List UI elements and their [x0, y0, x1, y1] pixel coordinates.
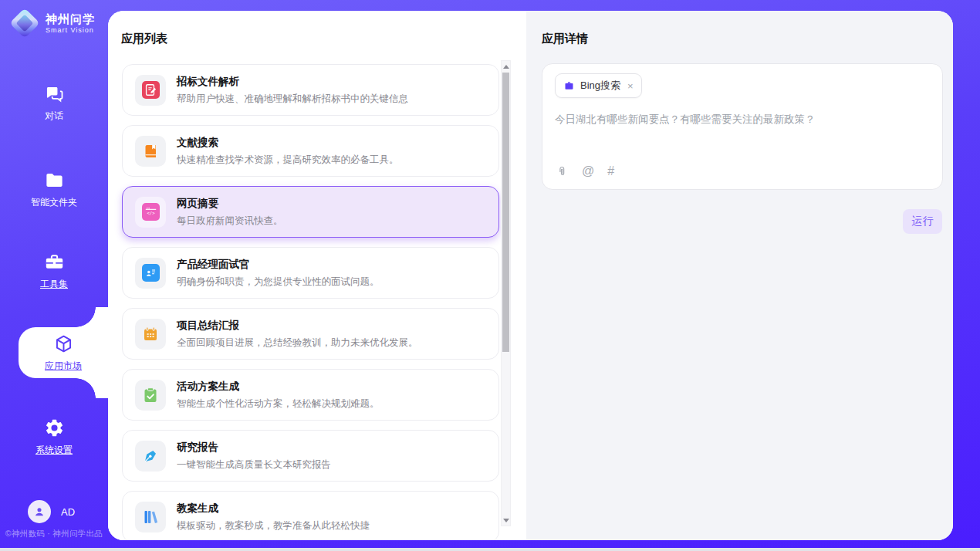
query-textarea[interactable]: 今日湖北有哪些新闻要点？有哪些需要关注的最新政策？: [555, 112, 930, 127]
app-card[interactable]: 项目总结汇报全面回顾项目进展，总结经验教训，助力未来优化发展。: [122, 308, 499, 360]
sidebar-item-3[interactable]: 工具集: [0, 252, 108, 291]
user-initials: AD: [61, 506, 75, 518]
tool-chip-label: Bing搜索: [580, 79, 620, 93]
prompt-input-card[interactable]: Bing搜索 × 今日湖北有哪些新闻要点？有哪些需要关注的最新政策？ @ #: [542, 63, 943, 190]
app-card[interactable]: 研究报告一键智能生成高质量长文本研究报告: [122, 430, 499, 482]
app-description: 快速精准查找学术资源，提高研究效率的必备工具。: [177, 154, 399, 167]
app-icon-tile: [135, 136, 166, 167]
sidebar-item-label: 对话: [45, 110, 63, 123]
app-name: 研究报告: [177, 441, 331, 455]
brand-name: 神州问学: [46, 12, 95, 25]
svg-text:</>: </>: [147, 211, 155, 215]
scrollbar[interactable]: [501, 60, 511, 526]
app-card[interactable]: 招标文件解析帮助用户快速、准确地理解和解析招标书中的关键信息: [122, 64, 499, 116]
app-name: 招标文件解析: [177, 75, 408, 89]
gear-icon: [44, 417, 65, 438]
folder-icon: [44, 170, 65, 191]
paperclip-icon[interactable]: [556, 165, 569, 178]
books-icon: [141, 508, 160, 526]
interview-icon: [142, 264, 160, 282]
app-description: 帮助用户快速、准确地理解和解析招标书中的关键信息: [177, 93, 408, 106]
app-description: 智能生成个性化活动方案，轻松解决规划难题。: [177, 397, 380, 411]
app-icon-tile: [135, 380, 166, 411]
sidebar-item-1[interactable]: 对话: [0, 83, 108, 123]
sidebar-item-label: 智能文件夹: [31, 196, 77, 209]
sidebar: 神州问学 Smart Vision 对话智能文件夹工具集应用市场系统设置 AD …: [0, 0, 108, 548]
app-icon-tile: [135, 319, 166, 350]
app-description: 全面回顾项目进展，总结经验教训，助力未来优化发展。: [177, 336, 418, 350]
app-icon-tile: [135, 441, 166, 472]
run-button[interactable]: 运行: [903, 209, 942, 234]
app-name: 产品经理面试官: [177, 258, 380, 272]
app-card[interactable]: 活动方案生成智能生成个性化活动方案，轻松解决规划难题。: [122, 369, 499, 421]
scroll-down-button[interactable]: [502, 515, 510, 526]
app-card-text: 文献搜索快速精准查找学术资源，提高研究效率的必备工具。: [177, 136, 399, 167]
app-list-title: 应用列表: [121, 32, 167, 46]
chip-close-icon[interactable]: ×: [627, 81, 634, 91]
main-content: 应用列表 招标文件解析帮助用户快速、准确地理解和解析招标书中的关键信息文献搜索快…: [108, 11, 953, 540]
app-card[interactable]: </>网页摘要每日政府新闻资讯快查。: [122, 186, 499, 238]
sidebar-footer: ©神州数码 · 神州问学出品: [0, 529, 108, 539]
app-card-text: 招标文件解析帮助用户快速、准确地理解和解析招标书中的关键信息: [177, 75, 408, 106]
app-card[interactable]: 产品经理面试官明确身份和职责，为您提供专业性的面试问题。: [122, 247, 499, 299]
sidebar-item-label: 系统设置: [35, 444, 73, 457]
app-card[interactable]: 教案生成模板驱动，教案秒成，教学准备从此轻松快捷: [122, 491, 499, 540]
scrollbar-thumb[interactable]: [502, 73, 509, 352]
user-row[interactable]: AD: [28, 500, 75, 523]
app-name: 网页摘要: [177, 197, 283, 211]
briefcase-icon: [563, 80, 575, 92]
brand-subtitle: Smart Vision: [46, 26, 95, 34]
sidebar-item-label: 工具集: [40, 278, 68, 291]
toolbox-icon: [44, 252, 65, 272]
triangle-down-icon: [503, 519, 509, 522]
person-icon: [32, 505, 46, 519]
app-card-text: 活动方案生成智能生成个性化活动方案，轻松解决规划难题。: [177, 380, 380, 411]
book-icon: [141, 142, 160, 161]
brand-logo: 神州问学 Smart Vision: [11, 9, 95, 37]
sidebar-item-2[interactable]: 智能文件夹: [0, 170, 108, 209]
tool-chip-bing-search[interactable]: Bing搜索 ×: [555, 73, 642, 98]
app-card[interactable]: 文献搜索快速精准查找学术资源，提高研究效率的必备工具。: [122, 125, 499, 177]
app-frame: 神州问学 Smart Vision 对话智能文件夹工具集应用市场系统设置 AD …: [0, 0, 980, 548]
browser-code-icon: </>: [142, 203, 160, 221]
mention-icon[interactable]: @: [582, 164, 594, 178]
app-description: 每日政府新闻资讯快查。: [177, 215, 283, 228]
scroll-up-button[interactable]: [502, 61, 510, 72]
cube-icon: [53, 333, 74, 354]
app-name: 活动方案生成: [177, 380, 380, 394]
app-card-text: 教案生成模板驱动，教案秒成，教学准备从此轻松快捷: [177, 502, 370, 532]
app-name: 项目总结汇报: [177, 319, 418, 333]
app-detail-panel: 应用详情 Bing搜索 × 今日湖北有哪些新闻要点？有哪些需要关注的最新政策？ …: [526, 11, 953, 540]
pen-icon: [141, 447, 160, 465]
sidebar-item-4[interactable]: 应用市场: [19, 327, 108, 373]
brand-diamond-icon: [9, 8, 40, 39]
app-description: 模板驱动，教案秒成，教学准备从此轻松快捷: [177, 519, 370, 532]
document-edit-icon: [142, 81, 160, 99]
app-icon-tile: [135, 258, 166, 289]
topic-icon[interactable]: #: [607, 164, 614, 178]
app-icon-tile: </>: [135, 197, 166, 228]
pill-curve-top: [76, 307, 108, 327]
app-detail-title: 应用详情: [542, 32, 588, 46]
app-description: 一键智能生成高质量长文本研究报告: [177, 458, 331, 472]
chat-icon: [44, 83, 65, 104]
app-card-text: 产品经理面试官明确身份和职责，为您提供专业性的面试问题。: [177, 258, 380, 289]
clipboard-check-icon: [141, 386, 160, 404]
app-card-text: 项目总结汇报全面回顾项目进展，总结经验教训，助力未来优化发展。: [177, 319, 418, 350]
app-name: 文献搜索: [177, 136, 399, 150]
app-card-text: 网页摘要每日政府新闻资讯快查。: [177, 197, 283, 228]
app-description: 明确身份和职责，为您提供专业性的面试问题。: [177, 276, 380, 289]
app-name: 教案生成: [177, 502, 370, 516]
triangle-up-icon: [503, 65, 509, 69]
sidebar-selected-pill: 应用市场: [19, 327, 108, 378]
sidebar-item-5[interactable]: 系统设置: [0, 417, 108, 457]
app-icon-tile: [135, 75, 166, 106]
input-actions: @ #: [556, 164, 614, 178]
app-card-text: 研究报告一键智能生成高质量长文本研究报告: [177, 441, 331, 472]
app-list: 招标文件解析帮助用户快速、准确地理解和解析招标书中的关键信息文献搜索快速精准查找…: [122, 64, 499, 540]
pill-curve-bottom: [76, 378, 108, 398]
calendar-icon: [141, 325, 160, 343]
app-icon-tile: [135, 502, 166, 532]
avatar[interactable]: [28, 500, 51, 523]
sidebar-item-label: 应用市场: [45, 360, 82, 373]
